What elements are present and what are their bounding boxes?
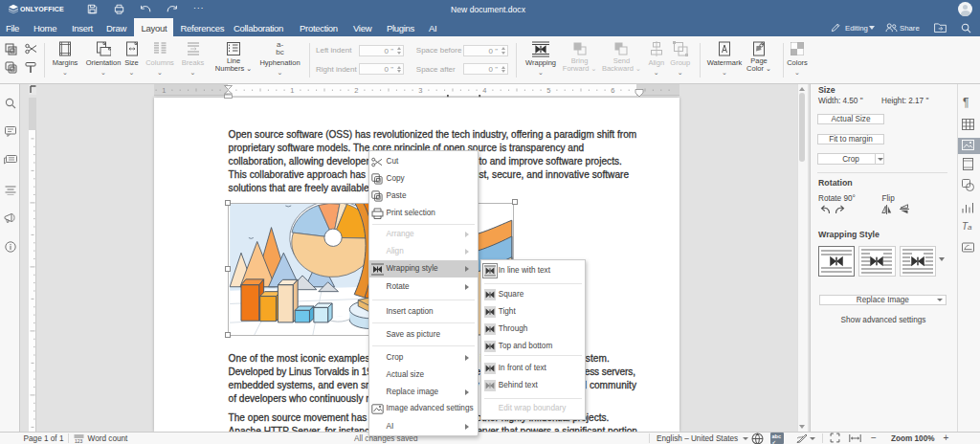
svg-text:6: 6 xyxy=(611,86,614,95)
svg-text:4: 4 xyxy=(482,86,486,95)
svg-text:5: 5 xyxy=(546,86,550,95)
svg-text:123: 123 xyxy=(75,438,83,444)
svg-text:1: 1 xyxy=(162,86,166,95)
svg-text:1: 1 xyxy=(290,86,294,95)
svg-text:3: 3 xyxy=(418,86,422,95)
svg-text:2: 2 xyxy=(354,86,358,95)
